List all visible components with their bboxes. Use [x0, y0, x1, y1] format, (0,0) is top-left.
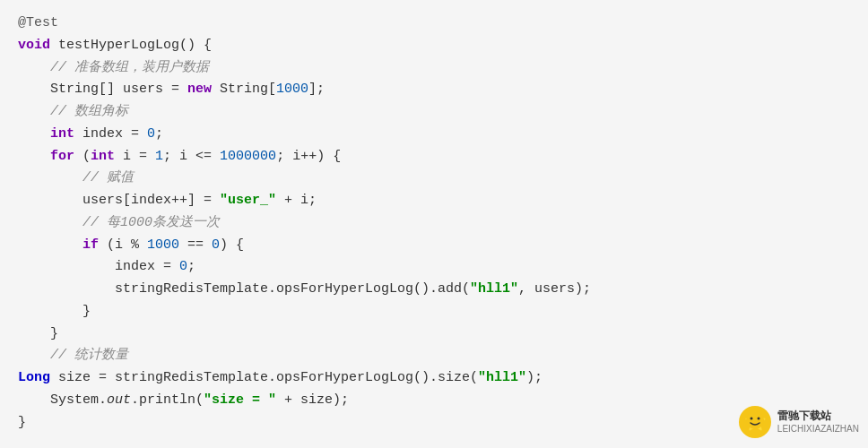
code-text8: [18, 149, 50, 164]
string-hll1b: "hll1": [478, 370, 526, 385]
code-text24: }: [18, 326, 58, 341]
code-text15: [18, 237, 82, 253]
code-line-add: stringRedisTemplate.opsForHyperLogLog().…: [18, 279, 850, 301]
keyword-int2: int: [91, 149, 115, 164]
code-text23: }: [18, 304, 91, 319]
comment-prepare-array: // 准备数组，装用户数据: [18, 60, 209, 75]
code-container: @Test void testHyperLogLog() { // 准备数组，装…: [0, 0, 868, 448]
comment-assign: // 赋值: [18, 170, 134, 185]
code-text6: index =: [74, 126, 147, 142]
code-text16: (i %: [99, 237, 147, 253]
num-0c: 0: [179, 259, 187, 274]
code-text2: =: [163, 82, 187, 97]
code-text29: + size);: [276, 392, 349, 408]
code-text9: (: [74, 149, 91, 164]
code-line-if: if (i % 1000 == 0) {: [18, 235, 850, 257]
code-text22: , users);: [518, 281, 591, 297]
code-text3: String[: [212, 82, 276, 97]
code-text28: .println(: [131, 392, 204, 408]
keyword-long: Long: [18, 370, 50, 385]
code-text30: }: [18, 415, 26, 430]
svg-point-3: [750, 418, 752, 420]
code-line-size: Long size = stringRedisTemplate.opsForHy…: [18, 367, 850, 390]
code-line-close-for: }: [18, 323, 850, 346]
code-line-index: int index = 0;: [18, 124, 850, 146]
code-text10: i =: [115, 149, 155, 164]
keyword-void: void: [18, 38, 50, 53]
code-text25: size = stringRedisTemplate.opsForHyperLo…: [50, 370, 478, 385]
svg-point-2: [746, 411, 764, 429]
string-hll1: "hll1": [470, 281, 518, 297]
code-line-annotation: @Test: [18, 13, 850, 35]
code-line-comment3: // 赋值: [18, 168, 850, 190]
code-text14: + i;: [276, 193, 317, 208]
comment-send-1000: // 每1000条发送一次: [18, 215, 220, 230]
code-line-comment5: // 统计数量: [18, 345, 850, 367]
code-text18: ) {: [220, 237, 244, 253]
keyword-int: int: [50, 126, 74, 142]
keyword-out: out: [107, 392, 131, 408]
code-line-string-array: String[] users = new String[1000];: [18, 79, 850, 101]
code-line-comment2: // 数组角标: [18, 101, 850, 124]
string-size-eq: "size = ": [204, 392, 276, 408]
code-line-comment1: // 准备数组，装用户数据: [18, 57, 850, 80]
num-0: 0: [147, 126, 155, 142]
comment-count: // 统计数量: [18, 348, 128, 363]
code-line-close-method: }: [18, 412, 850, 435]
code-text17: ==: [179, 237, 212, 253]
string-user-: "user_": [220, 193, 276, 208]
code-text12: ; i++) {: [276, 149, 341, 164]
code-text13: users[index++] =: [18, 193, 220, 208]
code-text11: ; i <=: [163, 149, 220, 164]
watermark: ⭐ 雷驰下载站 LEICHIXIAZAIZHAN: [738, 405, 859, 439]
num-1000: 1000: [276, 82, 308, 97]
num-1: 1: [155, 149, 163, 164]
num-1000b: 1000: [147, 237, 179, 253]
watermark-brand-en: LEICHIXIAZAIZHAN: [777, 423, 859, 435]
code-line-method-sig: void testHyperLogLog() {: [18, 35, 850, 57]
code-text26: );: [526, 370, 542, 385]
num-1000000: 1000000: [220, 149, 276, 164]
code-text: String[]: [18, 82, 123, 97]
keyword-for: for: [50, 149, 74, 164]
watermark-brand: 雷驰下载站: [777, 409, 859, 424]
code-line-assign: users[index++] = "user_" + i;: [18, 190, 850, 212]
code-text20: ;: [187, 259, 195, 274]
code-text4: ];: [308, 82, 325, 97]
watermark-label: 雷驰下载站 LEICHIXIAZAIZHAN: [777, 409, 859, 435]
comment-index: // 数组角标: [18, 104, 128, 119]
code-text19: index =: [18, 259, 179, 274]
code-text5: [18, 126, 50, 142]
code-text27: System.: [18, 392, 107, 408]
code-line-comment4: // 每1000条发送一次: [18, 212, 850, 235]
code-line-close-if: }: [18, 301, 850, 323]
code-line-println: System.out.println("size = " + size);: [18, 390, 850, 412]
num-0b: 0: [212, 237, 220, 253]
code-line-reset-index: index = 0;: [18, 256, 850, 279]
annotation-test: @Test: [18, 15, 58, 30]
method-name: testHyperLogLog() {: [50, 38, 212, 53]
var-users: users: [123, 82, 163, 97]
code-line-for: for (int i = 1; i <= 1000000; i++) {: [18, 146, 850, 168]
code-text7: ;: [155, 126, 163, 142]
keyword-new: new: [187, 82, 212, 97]
keyword-if: if: [82, 237, 99, 253]
code-text21: stringRedisTemplate.opsForHyperLogLog().…: [18, 281, 470, 297]
svg-point-4: [757, 418, 760, 420]
watermark-icon: ⭐: [738, 405, 772, 439]
